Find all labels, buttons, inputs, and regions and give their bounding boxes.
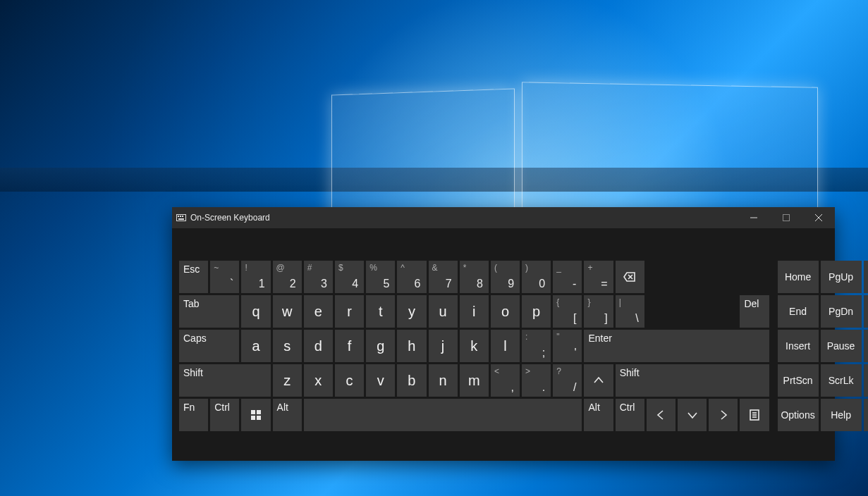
key-r[interactable]: r	[335, 295, 364, 328]
key-shift-right[interactable]: Shift	[616, 364, 769, 397]
key-bracket[interactable]: }]	[584, 295, 613, 328]
key-`[interactable]: ~`	[210, 261, 239, 293]
key-d[interactable]: d	[304, 330, 333, 362]
maximize-button[interactable]	[770, 207, 802, 228]
key-prtscn[interactable]: PrtScn	[778, 364, 819, 397]
key-4[interactable]: $4	[335, 261, 364, 293]
keypad-separator	[771, 364, 776, 397]
key-ctrl-right[interactable]: Ctrl	[616, 399, 644, 431]
key--[interactable]: _-	[553, 261, 582, 293]
key-punct[interactable]: ?/	[553, 364, 582, 397]
key-9[interactable]: (9	[491, 261, 520, 293]
key-alt-left[interactable]: Alt	[273, 399, 302, 431]
key-tab[interactable]: Tab	[179, 295, 239, 328]
svg-rect-0	[177, 215, 186, 221]
keypad-separator	[771, 399, 776, 431]
key-k[interactable]: k	[460, 330, 489, 362]
key-2[interactable]: @2	[273, 261, 302, 293]
key-b[interactable]: b	[397, 364, 426, 397]
key-insert[interactable]: Insert	[778, 330, 819, 362]
key-h[interactable]: h	[397, 330, 426, 362]
key-t[interactable]: t	[366, 295, 395, 328]
key-pgdn[interactable]: PgDn	[821, 295, 862, 328]
keypad-separator	[771, 295, 776, 328]
key-punct[interactable]: :;	[522, 330, 551, 362]
key-help[interactable]: Help	[821, 399, 862, 431]
key-e[interactable]: e	[304, 295, 333, 328]
key-windows[interactable]	[241, 399, 270, 431]
key-s[interactable]: s	[273, 330, 302, 362]
key-arrow-down[interactable]	[678, 399, 707, 431]
titlebar[interactable]: On-Screen Keyboard	[172, 207, 835, 228]
key-caps[interactable]: Caps	[179, 330, 239, 362]
key-q[interactable]: q	[241, 295, 270, 328]
key-8[interactable]: *8	[460, 261, 489, 293]
key-pause[interactable]: Pause	[821, 330, 862, 362]
key-bracket[interactable]: |\	[616, 295, 644, 328]
key-end[interactable]: End	[778, 295, 819, 328]
key-pgup[interactable]: PgUp	[821, 261, 862, 293]
key-context-menu[interactable]	[740, 399, 769, 431]
key-alt-right[interactable]: Alt	[584, 399, 613, 431]
key-f[interactable]: f	[335, 330, 364, 362]
key-backspace[interactable]	[616, 261, 644, 293]
key-home[interactable]: Home	[778, 261, 819, 293]
key-a[interactable]: a	[241, 330, 270, 362]
key-1[interactable]: !1	[241, 261, 270, 293]
key-arrow-right[interactable]	[709, 399, 738, 431]
key-6[interactable]: ^6	[397, 261, 426, 293]
key-punct[interactable]: "'	[553, 330, 582, 362]
keypad-separator	[771, 261, 776, 293]
key-i[interactable]: i	[460, 295, 489, 328]
key-space[interactable]	[304, 399, 582, 431]
key-n[interactable]: n	[429, 364, 458, 397]
key-scrlk[interactable]: ScrLk	[821, 364, 862, 397]
key-enter[interactable]: Enter	[584, 330, 769, 362]
key-esc[interactable]: Esc	[179, 261, 208, 293]
key-del[interactable]: Del	[740, 295, 769, 328]
key-z[interactable]: z	[273, 364, 302, 397]
key-y[interactable]: y	[397, 295, 426, 328]
key-5[interactable]: %5	[366, 261, 395, 293]
key-c[interactable]: c	[335, 364, 364, 397]
key-punct[interactable]: <,	[491, 364, 520, 397]
key-bracket[interactable]: {[	[553, 295, 582, 328]
key-l[interactable]: l	[491, 330, 520, 362]
key-u[interactable]: u	[429, 295, 458, 328]
keyboard-icon	[172, 214, 190, 221]
key-arrow-left[interactable]	[647, 399, 676, 431]
key-fade[interactable]: Fade	[864, 399, 868, 431]
key-m[interactable]: m	[460, 364, 489, 397]
key-ctrl-left[interactable]: Ctrl	[210, 399, 239, 431]
key-=[interactable]: +=	[584, 261, 613, 293]
key-mv-up[interactable]: Mv Up	[864, 295, 868, 328]
key-fn[interactable]: Fn	[179, 399, 208, 431]
key-nav[interactable]: Nav	[864, 261, 868, 293]
key-w[interactable]: w	[273, 295, 302, 328]
close-button[interactable]	[802, 207, 835, 228]
key-0[interactable]: )0	[522, 261, 551, 293]
minimize-button[interactable]	[738, 207, 770, 228]
key-arrow-up[interactable]	[584, 364, 613, 397]
osk-window: On-Screen Keyboard Esc~`!1@2#3$4%5^6&7*8…	[172, 207, 835, 461]
svg-rect-6	[783, 215, 790, 221]
key-v[interactable]: v	[366, 364, 395, 397]
key-o[interactable]: o	[491, 295, 520, 328]
key-j[interactable]: j	[429, 330, 458, 362]
key-3[interactable]: #3	[304, 261, 333, 293]
svg-rect-12	[257, 410, 261, 414]
key-p[interactable]: p	[522, 295, 551, 328]
window-title: On-Screen Keyboard	[190, 213, 270, 223]
key-x[interactable]: x	[304, 364, 333, 397]
svg-rect-4	[178, 218, 184, 220]
key-options[interactable]: Options	[778, 399, 819, 431]
key-g[interactable]: g	[366, 330, 395, 362]
key-mv-dn[interactable]: Mv Dn	[864, 330, 868, 362]
key-dock[interactable]: Dock	[864, 364, 868, 397]
svg-rect-14	[257, 416, 261, 420]
key-punct[interactable]: >.	[522, 364, 551, 397]
key-7[interactable]: &7	[429, 261, 458, 293]
key-shift-left[interactable]: Shift	[179, 364, 271, 397]
svg-rect-1	[178, 216, 179, 217]
svg-rect-13	[251, 416, 255, 420]
